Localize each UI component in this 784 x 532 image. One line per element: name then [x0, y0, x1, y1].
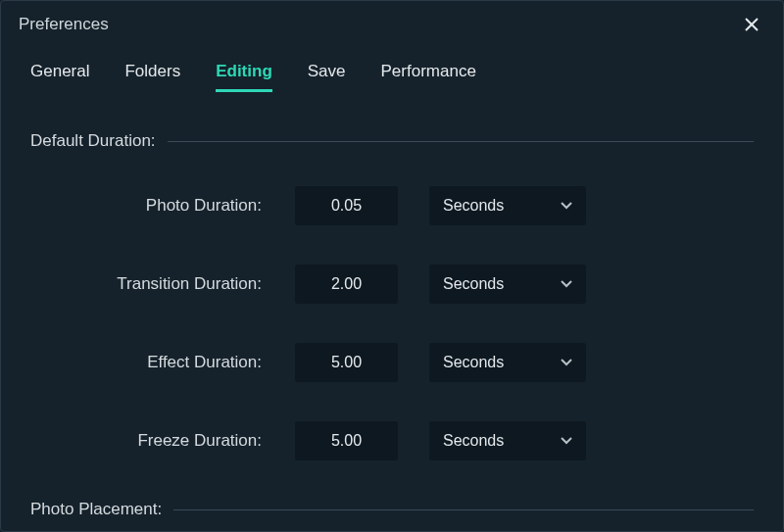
label-transition-duration: Transition Duration:	[60, 274, 295, 294]
section-header: Photo Placement:	[30, 500, 754, 519]
input-effect-duration[interactable]	[295, 343, 398, 382]
row-freeze-duration: Freeze Duration: Seconds	[30, 421, 754, 460]
section-title-photo-placement: Photo Placement:	[30, 500, 162, 519]
section-header: Default Duration:	[30, 131, 754, 151]
tab-folders[interactable]: Folders	[124, 62, 180, 92]
close-icon	[744, 17, 760, 32]
select-freeze-duration-unit[interactable]: Seconds	[429, 421, 586, 460]
section-divider	[173, 509, 754, 510]
label-effect-duration: Effect Duration:	[60, 353, 295, 372]
tabs-bar: General Folders Editing Save Performance	[1, 42, 783, 92]
section-title-default-duration: Default Duration:	[30, 131, 156, 151]
select-effect-duration-unit[interactable]: Seconds	[429, 343, 586, 382]
row-photo-duration: Photo Duration: Seconds	[30, 186, 754, 225]
input-photo-duration[interactable]	[295, 186, 398, 225]
tab-editing[interactable]: Editing	[216, 62, 272, 92]
chevron-down-icon	[561, 202, 572, 210]
tab-performance[interactable]: Performance	[381, 62, 476, 92]
content-area: Default Duration: Photo Duration: Second…	[1, 92, 783, 519]
tab-save[interactable]: Save	[308, 62, 346, 92]
row-transition-duration: Transition Duration: Seconds	[30, 265, 754, 304]
section-photo-placement: Photo Placement:	[30, 500, 754, 519]
select-label: Seconds	[443, 354, 504, 371]
select-label: Seconds	[443, 197, 504, 215]
input-transition-duration[interactable]	[295, 265, 398, 304]
chevron-down-icon	[561, 280, 572, 288]
input-freeze-duration[interactable]	[295, 421, 398, 460]
label-freeze-duration: Freeze Duration:	[60, 431, 295, 451]
label-photo-duration: Photo Duration:	[60, 196, 295, 216]
chevron-down-icon	[561, 437, 572, 445]
window-title: Preferences	[19, 15, 109, 34]
select-label: Seconds	[443, 275, 504, 293]
close-button[interactable]	[738, 11, 765, 38]
select-label: Seconds	[443, 432, 504, 450]
select-transition-duration-unit[interactable]: Seconds	[429, 265, 586, 304]
chevron-down-icon	[561, 359, 572, 366]
row-effect-duration: Effect Duration: Seconds	[30, 343, 754, 382]
header-bar: Preferences	[1, 1, 783, 42]
tab-general[interactable]: General	[30, 62, 89, 92]
select-photo-duration-unit[interactable]: Seconds	[429, 186, 586, 225]
section-default-duration: Default Duration: Photo Duration: Second…	[30, 131, 754, 460]
section-divider	[168, 141, 754, 142]
